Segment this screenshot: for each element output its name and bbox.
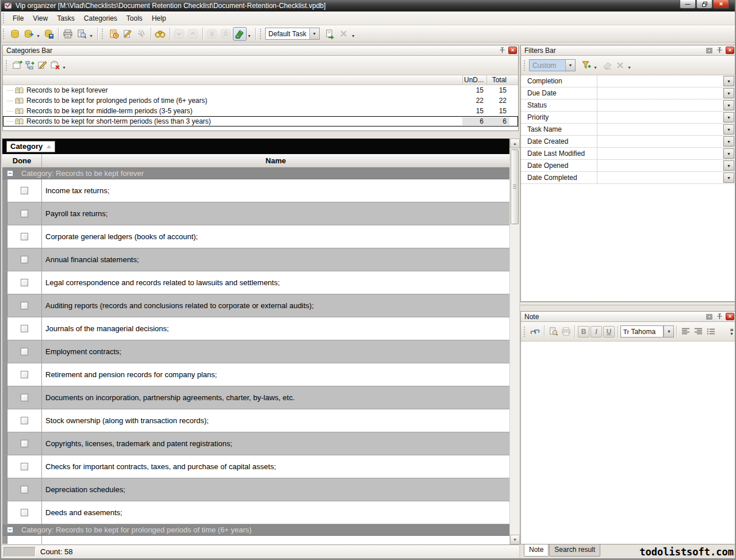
move-down-button[interactable] <box>172 27 186 41</box>
category-tree-item[interactable]: Records to be kept forever1515 <box>3 85 518 95</box>
task-row[interactable]: Documents on incorporation, partnership … <box>2 386 509 409</box>
task-row[interactable]: Deeds and easements; <box>2 501 509 524</box>
note-preview-button[interactable] <box>547 325 559 338</box>
category-tree-item[interactable]: Records to be kept for middle-term perio… <box>3 106 518 116</box>
task-checkbox[interactable] <box>21 325 28 332</box>
delete-template-button[interactable] <box>337 27 351 41</box>
template-toolbar-dropdown[interactable]: ▼ <box>351 34 355 38</box>
collapse-icon[interactable] <box>7 170 13 177</box>
font-select[interactable]: Tr Tahoma <box>620 325 664 337</box>
edit-task-button[interactable] <box>121 27 135 41</box>
edit-category-button[interactable] <box>36 59 49 72</box>
task-row[interactable]: Legal correspondence and records related… <box>2 271 509 294</box>
open-database-button[interactable] <box>22 27 36 41</box>
menu-tasks[interactable]: Tasks <box>52 13 79 24</box>
task-row[interactable]: Annual financial statements; <box>2 248 509 271</box>
scroll-down-icon[interactable]: ▼ <box>510 535 520 544</box>
note-print-button[interactable] <box>559 325 572 338</box>
task-checkbox[interactable] <box>21 463 28 470</box>
filters-restore-icon[interactable] <box>705 47 714 54</box>
close-button[interactable]: ✕ <box>713 0 729 9</box>
task-row[interactable]: Depreciation schedules; <box>2 478 509 501</box>
filter-dropdown-button[interactable]: ▼ <box>723 112 734 122</box>
categories-close-button[interactable]: ✕ <box>508 47 517 54</box>
task-checkbox[interactable] <box>21 187 28 194</box>
font-dropdown-button[interactable]: ▼ <box>664 325 674 337</box>
filters-close-button[interactable]: ✕ <box>726 47 734 54</box>
note-close-button[interactable]: ✕ <box>726 313 734 320</box>
filter-dropdown-button[interactable]: ▼ <box>723 76 734 86</box>
filter-preset-dropdown[interactable]: ▼ <box>565 60 575 71</box>
task-checkbox[interactable] <box>21 486 28 493</box>
filters-pin-icon[interactable] <box>715 47 724 54</box>
save-database-button[interactable] <box>42 27 56 41</box>
note-pin-icon[interactable] <box>715 313 724 320</box>
task-row[interactable]: Retirement and pension records for compa… <box>2 363 509 386</box>
task-row[interactable]: Employment contracts; <box>2 340 509 363</box>
notebook-view-button[interactable] <box>233 27 247 41</box>
header-done[interactable]: Done <box>2 156 41 165</box>
task-checkbox[interactable] <box>21 348 28 355</box>
task-list-scrollbar[interactable]: ▲ ▼ <box>509 139 519 544</box>
task-checkbox[interactable] <box>21 233 28 240</box>
task-checkbox[interactable] <box>21 302 28 309</box>
notebook-view-dropdown[interactable]: ▼ <box>247 34 251 38</box>
filter-dropdown-button[interactable]: ▼ <box>723 100 734 110</box>
task-row[interactable]: Payroll tax returns; <box>2 202 509 225</box>
filter-value-cell[interactable] <box>597 99 723 111</box>
task-row[interactable]: Copyrights, licenses, trademark and pate… <box>2 432 509 455</box>
menu-tools[interactable]: Tools <box>122 13 147 24</box>
tab-note[interactable]: Note <box>524 544 549 557</box>
delete-filter-button[interactable] <box>614 59 627 72</box>
task-checkbox[interactable] <box>21 440 28 447</box>
task-checkbox[interactable] <box>21 256 28 263</box>
category-group-row[interactable]: Category: Records to be kept for prolong… <box>2 524 509 536</box>
move-up-button[interactable] <box>186 27 200 41</box>
align-right-icon[interactable] <box>692 325 704 338</box>
filter-dropdown-button[interactable]: ▼ <box>723 88 734 98</box>
note-editor[interactable] <box>521 342 735 544</box>
category-tree-item[interactable]: Records to be kept for short-term period… <box>3 116 518 126</box>
new-database-button[interactable] <box>8 27 22 41</box>
print-preview-button[interactable] <box>75 27 89 41</box>
column-undone[interactable]: UnD... <box>462 75 486 85</box>
scrollbar-thumb[interactable] <box>511 149 519 224</box>
minimize-button[interactable]: — <box>680 0 696 9</box>
delete-task-button[interactable] <box>135 27 148 41</box>
task-row[interactable]: Stock ownership (along with transaction … <box>2 409 509 432</box>
tab-search-result[interactable]: Search result <box>549 544 600 557</box>
bullet-list-icon[interactable] <box>704 325 717 338</box>
task-checkbox[interactable] <box>21 394 28 401</box>
task-row[interactable]: Corporate general ledgers (books of acco… <box>2 225 509 248</box>
move-bottom-button[interactable] <box>205 27 219 41</box>
restore-button[interactable] <box>696 0 712 9</box>
task-checkbox[interactable] <box>21 371 28 378</box>
toolbar-overflow-button[interactable]: » ▼ <box>730 327 734 336</box>
new-task-button[interactable] <box>107 27 121 41</box>
align-left-icon[interactable] <box>679 325 692 338</box>
underline-button[interactable]: U <box>603 326 615 337</box>
clear-filter-button[interactable] <box>601 59 614 72</box>
menu-help[interactable]: Help <box>147 13 171 24</box>
open-database-dropdown[interactable]: ▼ <box>36 34 40 38</box>
filters-toolbar-dropdown[interactable]: ▼ <box>627 66 631 70</box>
category-tree-item[interactable]: Records to be kept for prolonged periods… <box>3 95 518 106</box>
categories-pin-icon[interactable] <box>498 47 507 54</box>
category-group-row[interactable]: Category: Records to be kept forever <box>2 168 509 179</box>
task-checkbox[interactable] <box>21 279 28 286</box>
horizontal-splitter[interactable] <box>520 302 736 311</box>
menu-categories[interactable]: Categories <box>79 13 122 24</box>
new-category-button[interactable] <box>11 59 24 72</box>
insert-link-button[interactable] <box>529 325 542 338</box>
add-filter-button[interactable] <box>580 59 593 72</box>
italic-button[interactable]: I <box>591 326 602 337</box>
task-template-dropdown[interactable]: ▼ <box>309 28 319 39</box>
filter-value-cell[interactable] <box>597 124 723 135</box>
move-top-button[interactable] <box>219 27 233 41</box>
filter-value-cell[interactable] <box>597 112 723 123</box>
filter-dropdown-button[interactable]: ▼ <box>723 148 734 159</box>
bold-button[interactable]: B <box>578 326 589 337</box>
task-checkbox[interactable] <box>21 509 28 516</box>
filter-value-cell[interactable] <box>597 87 723 99</box>
print-button[interactable] <box>61 27 75 41</box>
